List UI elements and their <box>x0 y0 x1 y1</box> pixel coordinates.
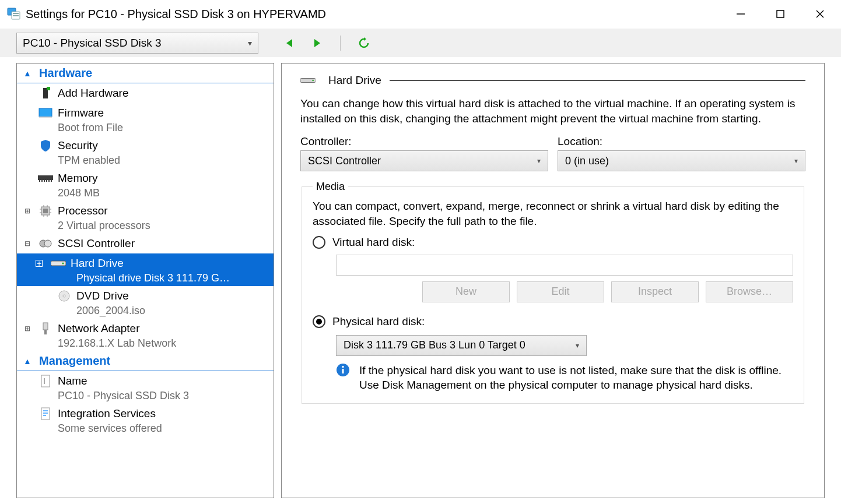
settings-tree[interactable]: ▲ Hardware Add Hardware Firmware Boot fr… <box>16 63 274 498</box>
tree-dvd-drive[interactable]: DVD Drive 2006_2004.iso <box>17 286 274 319</box>
svg-point-37 <box>63 295 65 297</box>
controller-icon <box>38 237 53 250</box>
hard-drive-icon <box>300 74 316 87</box>
physical-disk-select[interactable]: Disk 3 111.79 GB Bus 3 Lun 0 Target 0 ▾ <box>336 335 587 356</box>
titlebar: Settings for PC10 - Physical SSD Disk 3 … <box>0 0 841 28</box>
radio-icon <box>313 236 325 249</box>
tree-name[interactable]: I Name PC10 - Physical SSD Disk 3 <box>17 371 274 404</box>
tree-scsi-controller[interactable]: ⊟ SCSI Controller <box>17 234 274 253</box>
expand-icon[interactable]: + <box>36 260 43 267</box>
svg-rect-2 <box>13 13 19 14</box>
vhd-path-input[interactable] <box>336 255 793 276</box>
svg-rect-38 <box>43 323 48 330</box>
media-description: You can compact, convert, expand, merge,… <box>313 199 793 228</box>
browse-button[interactable]: Browse… <box>706 281 793 302</box>
tree-name-sub: PC10 - Physical SSD Disk 3 <box>17 390 274 402</box>
name-icon: I <box>38 375 53 387</box>
edit-button[interactable]: Edit <box>517 281 604 302</box>
services-icon <box>38 407 53 420</box>
hard-drive-icon <box>51 257 66 270</box>
tree-hard-drive-sub: Physical drive Disk 3 111.79 G… <box>17 272 274 284</box>
physical-disk-value: Disk 3 111.79 GB Bus 3 Lun 0 Target 0 <box>344 339 525 351</box>
svg-rect-19 <box>46 180 47 182</box>
svg-marker-8 <box>286 39 292 47</box>
collapse-icon[interactable]: ⊟ <box>17 239 38 248</box>
window-title: Settings for PC10 - Physical SSD Disk 3 … <box>26 8 731 21</box>
monitor-icon <box>38 107 53 119</box>
chevron-down-icon: ▾ <box>537 157 541 165</box>
cpu-icon <box>38 205 53 217</box>
section-hardware[interactable]: ▲ Hardware <box>17 64 274 83</box>
svg-rect-16 <box>39 180 40 182</box>
nav-next-button[interactable] <box>309 35 325 51</box>
inspect-button[interactable]: Inspect <box>611 281 699 302</box>
controller-label: Controller: <box>300 135 548 148</box>
vm-selector-label: PC10 - Physical SSD Disk 3 <box>23 37 162 50</box>
tree-security-sub: TPM enabled <box>17 154 274 167</box>
chevron-down-icon: ▾ <box>248 38 252 48</box>
radio-vhd-label: Virtual hard disk: <box>332 236 415 249</box>
header-divider <box>390 80 805 81</box>
svg-rect-12 <box>47 87 50 90</box>
section-management[interactable]: ▲ Management <box>17 351 274 371</box>
chevron-down-icon: ▾ <box>794 157 798 165</box>
new-button[interactable]: New <box>422 281 510 302</box>
collapse-icon: ▲ <box>22 69 33 78</box>
svg-rect-15 <box>38 175 53 180</box>
svg-rect-39 <box>44 330 47 334</box>
radio-virtual-hard-disk[interactable]: Virtual hard disk: <box>313 236 793 249</box>
tree-hard-drive[interactable]: + Hard Drive Physical drive Disk 3 111.7… <box>17 253 274 286</box>
detail-pane: Hard Drive You can change how this virtu… <box>281 63 825 498</box>
tree-add-hardware[interactable]: Add Hardware <box>17 83 274 103</box>
tree-firmware[interactable]: Firmware Boot from File <box>17 103 274 136</box>
tree-firmware-sub: Boot from File <box>17 122 274 134</box>
controller-select[interactable]: SCSI Controller ▾ <box>300 150 548 171</box>
collapse-icon: ▲ <box>22 357 33 366</box>
tree-processor-sub: 2 Virtual processors <box>17 220 274 232</box>
location-label: Location: <box>558 135 805 148</box>
tree-processor[interactable]: ⊞ Processor 2 Virtual processors <box>17 201 274 234</box>
tree-integration-services[interactable]: Integration Services Some services offer… <box>17 404 274 436</box>
tree-memory-sub: 2048 MB <box>17 187 274 199</box>
media-group: Media You can compact, convert, expand, … <box>302 181 804 404</box>
radio-icon <box>313 315 325 328</box>
detail-description: You can change how this virtual hard dis… <box>300 96 805 126</box>
toolbar: PC10 - Physical SSD Disk 3 ▾ <box>0 28 841 57</box>
detail-title: Hard Drive <box>328 74 381 87</box>
app-icon <box>7 7 21 21</box>
toolbar-separator <box>340 36 341 51</box>
svg-marker-9 <box>314 39 320 47</box>
svg-marker-10 <box>364 37 366 41</box>
radio-physical-hard-disk[interactable]: Physical hard disk: <box>313 315 793 328</box>
info-icon <box>336 363 350 377</box>
svg-point-33 <box>44 240 51 247</box>
refresh-button[interactable] <box>356 35 372 51</box>
svg-point-35 <box>62 263 64 265</box>
section-hardware-label: Hardware <box>39 66 92 80</box>
minimize-button[interactable] <box>731 5 750 23</box>
nav-prev-button[interactable] <box>282 35 298 51</box>
vm-selector[interactable]: PC10 - Physical SSD Disk 3 ▾ <box>16 33 258 54</box>
svg-rect-17 <box>41 180 43 182</box>
tree-memory[interactable]: Memory 2048 MB <box>17 168 274 201</box>
svg-point-47 <box>342 365 344 368</box>
svg-text:I: I <box>43 376 45 386</box>
location-select[interactable]: 0 (in use) ▾ <box>558 150 805 171</box>
svg-rect-5 <box>777 10 784 17</box>
svg-rect-3 <box>13 15 19 16</box>
expand-icon[interactable]: ⊞ <box>17 207 38 215</box>
network-icon <box>38 322 53 335</box>
media-legend: Media <box>313 181 348 193</box>
add-hardware-icon <box>38 87 53 100</box>
tree-security[interactable]: Security TPM enabled <box>17 136 274 168</box>
svg-point-44 <box>312 80 314 82</box>
maximize-button[interactable] <box>771 5 790 23</box>
chevron-down-icon: ▾ <box>576 341 579 350</box>
tree-network-sub: 192.168.1.X Lab Network <box>17 337 274 350</box>
tree-dvd-sub: 2006_2004.iso <box>17 305 274 317</box>
radio-phys-label: Physical hard disk: <box>332 315 425 328</box>
expand-icon[interactable]: ⊞ <box>17 325 38 333</box>
svg-rect-20 <box>48 180 50 182</box>
tree-network-adapter[interactable]: ⊞ Network Adapter 192.168.1.X Lab Networ… <box>17 319 274 351</box>
close-button[interactable] <box>811 5 829 23</box>
